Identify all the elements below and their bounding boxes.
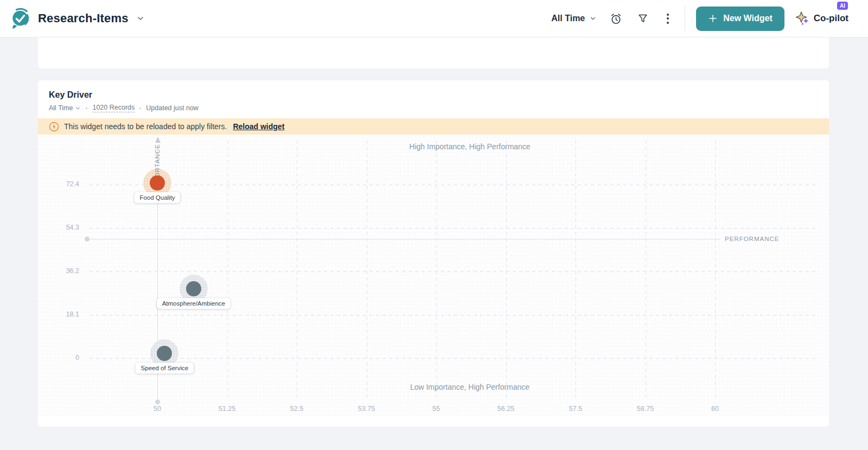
x-gridline xyxy=(506,141,507,401)
x-axis-tick-label: 50 xyxy=(140,405,175,413)
y-axis-tick-label: 36.2 xyxy=(46,267,79,275)
app-logo-icon[interactable] xyxy=(10,8,30,29)
reload-warning-banner: This widget needs to be reloaded to appl… xyxy=(38,118,829,135)
more-options-kebab-icon[interactable] xyxy=(662,14,674,24)
x-axis-tick-label: 55 xyxy=(419,405,454,413)
copilot-button[interactable]: Co-pilot xyxy=(795,11,848,26)
x-gridline xyxy=(227,141,228,401)
banner-message: This widget needs to be reloaded to appl… xyxy=(64,122,227,131)
y-gridline xyxy=(90,271,819,272)
dashboard-title-chevron-down-icon[interactable] xyxy=(136,14,145,23)
new-widget-button-label: New Widget xyxy=(723,14,773,23)
x-gridline xyxy=(297,141,297,401)
copilot-label: Co-pilot xyxy=(814,13,848,24)
key-driver-chart: 018.136.254.372.45051.2552.553.755556.25… xyxy=(38,136,829,416)
lightning-bolt-icon xyxy=(49,122,59,132)
meta-separator-dot xyxy=(139,107,141,109)
widget-time-filter[interactable]: All Time xyxy=(49,104,81,112)
y-gridline xyxy=(90,185,819,185)
importance-axis-end-dot xyxy=(155,400,160,404)
records-count-link[interactable]: 1020 Records xyxy=(92,104,135,112)
key-driver-widget-card: Key Driver All Time 1020 Records Updated… xyxy=(38,80,829,427)
header-divider xyxy=(685,6,685,31)
x-axis-tick-label: 58.75 xyxy=(628,405,663,413)
x-axis-tick-label: 56.25 xyxy=(489,405,524,413)
performance-axis-line xyxy=(87,239,769,239)
dashboard-title[interactable]: Research-Items xyxy=(38,11,129,26)
y-axis-tick-label: 18.1 xyxy=(46,310,79,318)
x-axis-tick-label: 60 xyxy=(698,405,732,413)
alarm-clock-icon[interactable] xyxy=(608,10,624,27)
data-point-label: Atmosphere/Ambience xyxy=(157,298,231,309)
widget-time-filter-label: All Time xyxy=(49,104,73,112)
data-point[interactable] xyxy=(186,281,201,296)
x-axis-tick-label: 57.5 xyxy=(558,405,593,413)
x-gridline xyxy=(646,141,646,401)
filter-funnel-icon[interactable] xyxy=(635,10,651,27)
quadrant-label-bottom: Low Importance, High Performance xyxy=(410,383,529,391)
updated-status: Updated just now xyxy=(146,104,199,112)
y-axis-tick-label: 0 xyxy=(46,354,79,362)
meta-separator-dot xyxy=(86,107,87,109)
chevron-down-icon xyxy=(589,15,597,22)
reload-widget-link[interactable]: Reload widget xyxy=(233,122,284,131)
y-gridline xyxy=(90,315,819,315)
x-gridline xyxy=(367,141,367,401)
widget-title: Key Driver xyxy=(49,90,818,100)
data-point-label: Food Quality xyxy=(134,192,180,203)
global-time-filter-label: All Time xyxy=(551,14,585,23)
performance-axis-label: PERFORMANCE xyxy=(720,234,783,244)
quadrant-label-top: High Importance, High Performance xyxy=(409,142,530,151)
y-gridline xyxy=(90,358,819,359)
x-gridline xyxy=(715,141,716,401)
y-gridline xyxy=(90,228,819,229)
x-gridline xyxy=(576,141,576,401)
ai-badge: AI xyxy=(837,2,848,10)
x-gridline xyxy=(436,141,437,401)
y-axis-tick-label: 54.3 xyxy=(46,224,79,231)
previous-widget-card-partial xyxy=(38,37,829,68)
performance-axis-start-dot xyxy=(85,237,90,242)
x-axis-tick-label: 51.25 xyxy=(210,405,245,413)
x-axis-tick-label: 53.75 xyxy=(349,405,384,413)
copilot-sparkle-icon xyxy=(795,11,809,26)
app-header: Research-Items All Time N xyxy=(0,0,868,37)
new-widget-button[interactable]: New Widget xyxy=(696,7,784,31)
global-time-filter[interactable]: All Time xyxy=(551,14,597,23)
y-axis-tick-label: 72.4 xyxy=(46,180,79,188)
data-point-label: Speed of Service xyxy=(136,363,194,373)
x-axis-tick-label: 52.5 xyxy=(279,405,314,413)
